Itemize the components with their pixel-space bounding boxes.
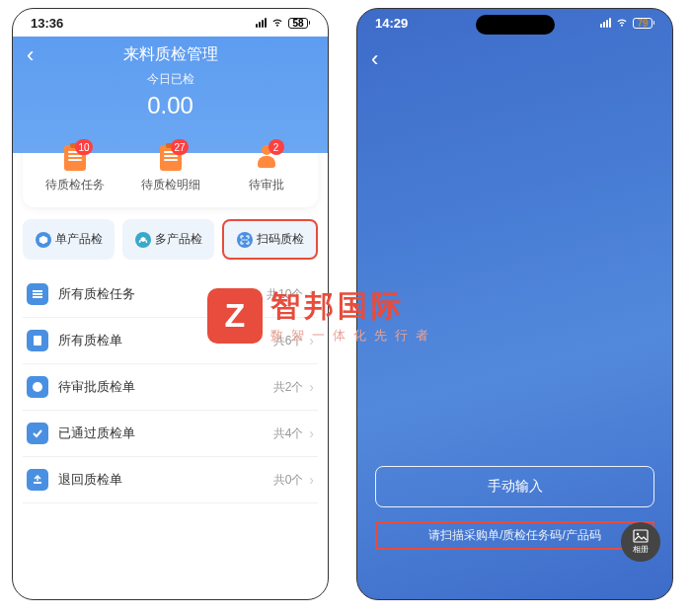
list-item[interactable]: 退回质检单 共0个 ›	[23, 457, 318, 503]
chevron-right-icon: ›	[309, 425, 314, 441]
list-icon	[27, 283, 48, 305]
header-subtitle: 今日已检	[13, 71, 328, 88]
scan-controls: 手动输入 请扫描采购单/质检任务码/产品码	[375, 466, 654, 550]
list-item[interactable]: 已通过质检单 共4个 ›	[23, 411, 318, 457]
list-icon	[27, 423, 48, 444]
header: ‹ 来料质检管理 今日已检 0.00	[13, 37, 328, 153]
svg-rect-1	[33, 293, 42, 295]
list-icon	[27, 376, 48, 398]
svg-rect-2	[33, 296, 42, 298]
svg-point-7	[637, 533, 639, 535]
status-right: 58	[256, 18, 310, 29]
album-label: 相册	[633, 544, 649, 555]
pill-multi-check[interactable]: 多产品检	[122, 219, 214, 260]
list-count: 共2个	[273, 379, 304, 396]
list-item[interactable]: 所有质检单 共6个 ›	[23, 318, 318, 364]
list-count: 共6个	[273, 333, 304, 349]
back-icon[interactable]: ‹	[27, 42, 34, 68]
wifi-icon	[615, 18, 629, 28]
battery-icon: 79	[633, 18, 654, 29]
phone-left: 13:36 58 ‹ 来料质检管理 今日已检 0.00 10 待质检任务 27 …	[12, 8, 329, 600]
album-button[interactable]: 相册	[621, 522, 660, 562]
pill-scan-check[interactable]: 扫码质检	[222, 219, 318, 260]
battery-icon: 58	[288, 18, 310, 29]
list-icon	[27, 469, 48, 491]
badge: 10	[75, 139, 92, 155]
stat-label: 待质检任务	[27, 177, 122, 193]
badge: 2	[269, 139, 284, 155]
scan-instruction: 请扫描采购单/质检任务码/产品码	[375, 521, 654, 550]
svg-rect-0	[33, 290, 42, 292]
status-right: 79	[600, 18, 654, 29]
pill-single-check[interactable]: 单产品检	[23, 219, 115, 260]
status-time: 14:29	[375, 16, 408, 31]
phone-right: 14:29 79 ‹ 手动输入 请扫描采购单/质检任务码/产品码 相册	[356, 8, 673, 600]
pill-label: 扫码质检	[257, 231, 304, 248]
list-label: 退回质检单	[58, 471, 273, 489]
list-label: 已通过质检单	[58, 424, 273, 442]
pill-label: 单产品检	[55, 231, 103, 248]
svg-rect-3	[34, 336, 41, 346]
badge: 27	[171, 139, 188, 155]
list-item[interactable]: 所有质检任务 共10个 ›	[23, 271, 318, 318]
svg-rect-6	[634, 530, 648, 542]
list-label: 所有质检任务	[58, 285, 267, 303]
list-label: 所有质检单	[58, 332, 273, 349]
svg-rect-5	[34, 482, 41, 484]
page-title: 来料质检管理	[13, 44, 328, 65]
chevron-right-icon: ›	[309, 286, 314, 302]
stat-label: 待质检明细	[122, 177, 218, 193]
list-item[interactable]: 待审批质检单 共2个 ›	[23, 364, 318, 411]
manual-input-button[interactable]: 手动输入	[375, 466, 654, 507]
status-time: 13:36	[31, 16, 63, 31]
list-icon	[27, 330, 48, 351]
back-icon[interactable]: ‹	[371, 46, 378, 72]
list-count: 共0个	[273, 472, 304, 489]
stat-label: 待审批	[218, 177, 314, 193]
header-value: 0.00	[13, 92, 328, 119]
status-bar: 13:36 58	[13, 9, 328, 37]
scan-icon	[237, 232, 253, 248]
menu-list: 所有质检任务 共10个 › 所有质检单 共6个 › 待审批质检单 共2个 › 已…	[23, 271, 318, 503]
image-icon	[633, 529, 649, 543]
chevron-right-icon: ›	[309, 333, 314, 348]
cube-icon	[36, 232, 51, 248]
list-label: 待审批质检单	[58, 378, 273, 396]
list-count: 共10个	[267, 286, 303, 303]
signal-icon	[256, 18, 267, 28]
cubes-icon	[135, 232, 151, 248]
signal-icon	[600, 18, 611, 28]
dynamic-island	[476, 15, 555, 35]
chevron-right-icon: ›	[309, 472, 314, 488]
wifi-icon	[270, 18, 284, 28]
list-count: 共4个	[273, 425, 304, 442]
chevron-right-icon: ›	[309, 379, 314, 395]
svg-point-4	[33, 382, 42, 392]
pill-label: 多产品检	[155, 231, 202, 248]
action-pills: 单产品检 多产品检 扫码质检	[23, 219, 318, 260]
